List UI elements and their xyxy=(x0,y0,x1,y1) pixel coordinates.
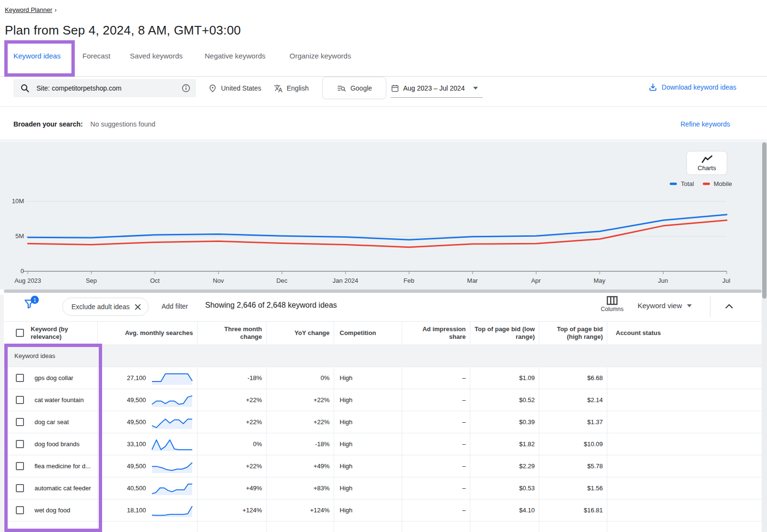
download-keyword-ideas-button[interactable]: Download keyword ideas xyxy=(648,82,736,92)
filter-funnel-button[interactable]: 1 xyxy=(23,298,39,316)
filter-chip-exclude-adult[interactable]: Exclude adult ideas xyxy=(62,298,149,316)
columns-button[interactable]: Columns xyxy=(595,296,629,312)
cell-competition: High xyxy=(334,499,402,521)
keyword-ideas-table: Keyword (by relevance) Avg. monthly sear… xyxy=(4,322,762,532)
cell-yoy-change: -18% xyxy=(266,433,334,455)
network-selector[interactable]: Google xyxy=(322,77,386,99)
table-row: flea medicine for d...49,500+22%+49%High… xyxy=(4,455,762,477)
row-checkbox[interactable] xyxy=(16,484,24,492)
header-keyword[interactable]: Keyword (by relevance) xyxy=(4,322,97,345)
cell-ad-impression-share: – xyxy=(402,455,470,477)
header-avg-monthly-searches[interactable]: Avg. monthly searches xyxy=(97,322,197,345)
cell-bid-high: $1.56 xyxy=(539,477,607,499)
cell-competition: High xyxy=(334,411,402,433)
cell-account-status xyxy=(607,499,762,521)
cell-ad-impression-share: – xyxy=(402,433,470,455)
keyword-text: flea medicine for d... xyxy=(35,463,91,470)
row-checkbox[interactable] xyxy=(16,462,24,470)
horizontal-scrollbar[interactable] xyxy=(4,289,762,293)
search-icon xyxy=(20,83,30,93)
location-value: United States xyxy=(221,84,261,92)
header-account-status[interactable]: Account status xyxy=(607,322,762,345)
section-label: Keyword ideas xyxy=(4,345,762,367)
date-range-underline xyxy=(391,97,483,98)
cell-bid-low: $1.82 xyxy=(470,433,539,455)
vertical-scrollbar-thumb[interactable] xyxy=(762,142,767,299)
cell-yoy-change: 0% xyxy=(266,367,334,389)
header-bid-high[interactable]: Top of page bid (high range) xyxy=(539,322,607,345)
charts-toggle-button[interactable]: Charts xyxy=(686,151,727,175)
cell-three-month-change: +124% xyxy=(197,499,266,521)
close-icon[interactable] xyxy=(134,303,141,311)
row-checkbox[interactable] xyxy=(16,418,24,426)
legend-total: Total xyxy=(670,180,694,187)
searches-value: 49,500 xyxy=(127,418,146,426)
header-yoy-change[interactable]: YoY change xyxy=(266,322,334,345)
searches-value: 49,500 xyxy=(127,463,146,470)
info-icon[interactable] xyxy=(182,84,190,93)
tab-organize-keywords[interactable]: Organize keywords xyxy=(290,52,351,60)
header-competition[interactable]: Competition xyxy=(334,322,402,345)
trend-sparkline xyxy=(151,370,193,386)
cell-yoy-change: +22% xyxy=(266,389,334,411)
broaden-label: Broaden your search: xyxy=(13,120,83,128)
trend-sparkline xyxy=(151,458,193,474)
keyword-text: dog car seat xyxy=(35,418,69,426)
keyword-view-label: Keyword view xyxy=(638,301,682,310)
toolbar-divider xyxy=(710,296,710,317)
search-input[interactable]: Site: competitorpetshop.com xyxy=(13,79,196,97)
x-label: Feb xyxy=(404,277,414,284)
searches-value: 27,100 xyxy=(127,374,146,382)
cell-bid-high: $1.37 xyxy=(539,411,607,433)
tab-saved-keywords[interactable]: Saved keywords xyxy=(130,52,183,60)
row-checkbox[interactable] xyxy=(16,506,24,514)
date-range-selector[interactable]: Aug 2023 – Jul 2024 xyxy=(391,79,478,97)
row-checkbox[interactable] xyxy=(16,396,24,404)
row-checkbox[interactable] xyxy=(16,374,24,382)
legend-swatch-mobile xyxy=(703,183,710,185)
legend-swatch-total xyxy=(670,183,677,185)
keyword-view-dropdown[interactable]: Keyword view xyxy=(638,301,692,310)
row-checkbox[interactable] xyxy=(16,440,24,448)
keyword-text: automatic cat feeder xyxy=(35,485,91,492)
breadcrumb-link[interactable]: Keyword Planner xyxy=(5,6,52,13)
tab-forecast[interactable]: Forecast xyxy=(82,52,110,60)
chart-legend: Total Mobile xyxy=(670,180,732,187)
translate-icon xyxy=(274,84,283,93)
x-label: Mar xyxy=(467,277,477,284)
language-value: English xyxy=(287,84,309,92)
x-label: Jul xyxy=(722,277,731,284)
table-row: cat water fountain49,500+22%+22%High–$0.… xyxy=(4,389,762,411)
x-label: Aug 2023 xyxy=(14,277,41,284)
header-bid-low[interactable]: Top of page bid (low range) xyxy=(470,322,539,345)
x-label: May xyxy=(593,277,605,284)
tab-keyword-ideas[interactable]: Keyword ideas xyxy=(13,52,60,60)
header-ad-impression-share[interactable]: Ad impression share xyxy=(402,322,470,345)
cell-account-status xyxy=(607,411,762,433)
language-selector[interactable]: English xyxy=(274,79,309,97)
keyword-text: dog food brands xyxy=(35,440,80,448)
collapse-table-button[interactable] xyxy=(723,300,737,314)
trend-sparkline xyxy=(151,414,193,430)
cell-competition: High xyxy=(334,367,402,389)
tab-negative-keywords[interactable]: Negative keywords xyxy=(205,52,266,60)
empty-cell xyxy=(197,521,266,532)
cell-account-status xyxy=(607,477,762,499)
table-row: gps dog collar27,100-18%0%High–$1.09$6.6… xyxy=(4,367,762,389)
refine-keywords-button[interactable]: Refine keywords xyxy=(681,120,731,128)
network-value: Google xyxy=(350,84,372,92)
cell-bid-low: $4.10 xyxy=(470,499,539,521)
location-selector[interactable]: United States xyxy=(208,79,261,97)
filter-chip-label: Exclude adult ideas xyxy=(71,303,129,311)
section-divider xyxy=(0,140,767,140)
header-three-month-change[interactable]: Three month change xyxy=(197,322,266,345)
cell-bid-low: $0.39 xyxy=(470,411,539,433)
add-filter-button[interactable]: Add filter xyxy=(162,302,188,310)
page-background-strip xyxy=(0,295,4,532)
download-label: Download keyword ideas xyxy=(662,83,736,91)
columns-label: Columns xyxy=(595,306,629,312)
empty-cell xyxy=(4,521,97,532)
active-tab-indicator xyxy=(13,74,65,76)
cell-yoy-change: +83% xyxy=(266,477,334,499)
select-all-checkbox[interactable] xyxy=(16,329,24,337)
